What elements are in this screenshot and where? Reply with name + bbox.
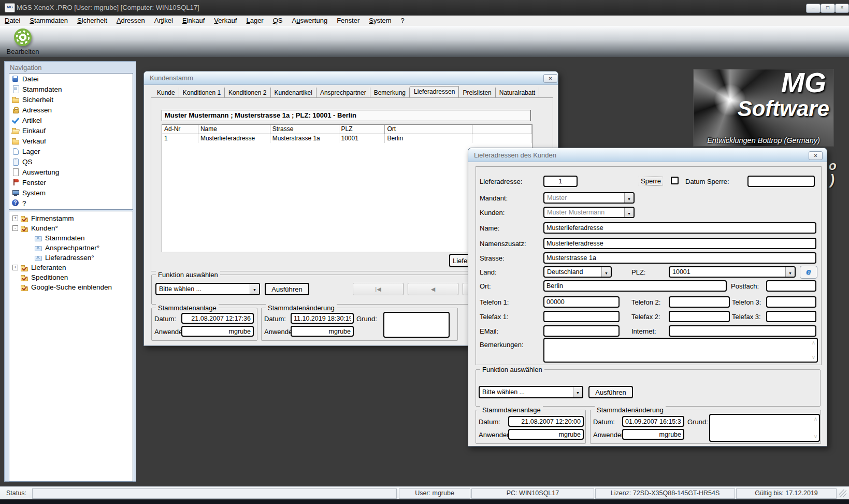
scroll-up-icon[interactable]: ∧ (812, 340, 815, 345)
column-header-strasse[interactable]: Strasse (270, 125, 339, 134)
tree-expand-icon[interactable]: + (12, 215, 18, 221)
bearbeiten-button[interactable]: Bearbeiten (3, 27, 42, 56)
tab-konditionen-1[interactable]: Konditionen 1 (179, 88, 225, 97)
tree-collapse-icon[interactable]: - (12, 225, 18, 231)
menu-item-fenster[interactable]: Fenster (332, 16, 364, 26)
menu-item-stammdaten[interactable]: Stammdaten (25, 16, 73, 26)
scroll-down-icon[interactable]: ∨ (812, 355, 815, 360)
previous-record-button[interactable]: ◀ (408, 283, 458, 295)
aenderung-datum-field[interactable] (291, 313, 354, 324)
scroll-up-icon[interactable]: ∧ (814, 416, 817, 422)
mandant-select[interactable]: Muster ▼ (543, 192, 635, 204)
kundenstamm-ausfuehren-button[interactable]: Ausführen (265, 283, 309, 295)
kunden-select[interactable]: Muster Mustermann ▼ (543, 207, 635, 218)
menu-item-system[interactable]: System (364, 16, 396, 26)
chevron-down-icon[interactable]: ▼ (785, 267, 795, 277)
menu-item-adressen[interactable]: Adressen (112, 16, 150, 26)
dialog-ausfuehren-button[interactable]: Ausführen (588, 386, 633, 398)
tree-item-kunden[interactable]: -Kunden° (9, 223, 133, 233)
column-header-plz[interactable]: PLZ (339, 125, 385, 134)
namenszusatz-field[interactable] (543, 238, 816, 249)
nav-item-adressen[interactable]: Adressen (9, 105, 133, 115)
grund-textarea[interactable] (383, 312, 450, 338)
nav-item-stammdaten[interactable]: Stammdaten (9, 84, 133, 94)
kundenstamm-titlebar[interactable]: Kundenstamm (144, 71, 558, 85)
chevron-down-icon[interactable]: ▼ (624, 208, 634, 217)
sperre-checkbox[interactable] (671, 177, 679, 184)
anlage-datum-field[interactable] (181, 313, 254, 324)
tab-bemerkung[interactable]: Bemerkung (370, 88, 410, 97)
nav-item-datei[interactable]: Datei (9, 74, 133, 84)
maximize-button[interactable]: □ (821, 4, 835, 13)
email-field[interactable] (543, 325, 620, 337)
nav-item-auswertung[interactable]: Auswertung (9, 167, 133, 177)
tab-konditionen-2[interactable]: Konditionen 2 (225, 88, 270, 97)
resize-grip[interactable] (839, 489, 846, 497)
dialog-grund-textarea[interactable]: ∧ ∨ (709, 414, 820, 442)
tab-lieferadressen[interactable]: Lieferadressen (410, 86, 459, 98)
anlage-anwender-field[interactable] (181, 326, 254, 337)
tree-item-lieferanten[interactable]: +Lieferanten (9, 263, 133, 272)
nav-item-system[interactable]: System (9, 188, 133, 198)
postfach-field[interactable] (766, 280, 816, 292)
dialog-funktion-select[interactable]: Bitte wählen ... ▼ (479, 386, 583, 398)
name-field[interactable] (543, 222, 816, 234)
chevron-down-icon[interactable]: ▼ (601, 267, 611, 277)
column-header-name[interactable]: Name (198, 125, 270, 134)
menu-item-artikel[interactable]: Artikel (150, 16, 178, 26)
tab-preislisten[interactable]: Preislisten (459, 88, 495, 97)
tab-naturalrabatt[interactable]: Naturalrabatt (496, 88, 539, 97)
tab-ansprechpartner[interactable]: Ansprechpartner (316, 88, 370, 97)
minimize-button[interactable]: – (806, 4, 821, 13)
telefon1-field[interactable] (543, 296, 620, 308)
column-header-extra[interactable] (472, 125, 532, 134)
menu-item-sicherheit[interactable]: Sicherheit (73, 16, 112, 26)
tree-item-google-suche-einblenden[interactable]: Google-Suche einblenden (9, 282, 133, 292)
ort-field[interactable] (543, 280, 727, 292)
menu-item-help[interactable]: ? (396, 16, 409, 26)
column-header-ort[interactable]: Ort (385, 125, 472, 134)
nav-item-fenster[interactable]: Fenster (9, 177, 133, 188)
telefax1-field[interactable] (543, 311, 620, 322)
app-titlebar[interactable]: MG MGS XenoX .PRO [User: mgrube] [Comput… (0, 0, 849, 16)
nav-item-artikel[interactable]: Artikel (9, 115, 133, 125)
tree-item-ansprechpartner[interactable]: Ansprechpartner° (9, 243, 133, 253)
dialog-aenderung-datum-field[interactable] (622, 416, 684, 427)
telefax2-field[interactable] (669, 311, 730, 322)
menu-item-lager[interactable]: Lager (241, 16, 268, 26)
dialog-anlage-datum-field[interactable] (508, 416, 584, 427)
tree-item-firmenstamm[interactable]: +Firmenstamm (9, 213, 133, 223)
chevron-down-icon[interactable]: ▼ (573, 387, 582, 397)
telefon3-field[interactable] (766, 296, 816, 308)
menu-item-datei[interactable]: Datei (0, 16, 25, 26)
nav-item-verkauf[interactable]: Verkauf (9, 136, 133, 146)
tab-kunde[interactable]: Kunde (153, 88, 179, 97)
tab-kundenartikel[interactable]: Kundenartikel (271, 88, 316, 97)
telefon2-field[interactable] (669, 296, 730, 308)
scroll-down-icon[interactable]: ∨ (814, 434, 817, 439)
tree-expand-icon[interactable]: + (12, 265, 18, 270)
internet-lookup-button[interactable]: e (800, 266, 817, 279)
close-button[interactable]: × (835, 4, 849, 13)
menu-item-qs[interactable]: QS (268, 16, 287, 26)
dialog-anlage-anwender-field[interactable] (508, 429, 584, 440)
tree-item-stammdaten[interactable]: Stammdaten (9, 233, 133, 243)
kundenstamm-close-icon[interactable]: × (543, 74, 557, 83)
table-row[interactable]: 1MusterlieferadresseMusterstrasse 1a1000… (162, 134, 532, 143)
telefax3-field[interactable] (766, 311, 816, 322)
menu-item-verkauf[interactable]: Verkauf (209, 16, 241, 26)
datum-sperre-field[interactable] (747, 176, 815, 187)
internet-field[interactable] (669, 325, 816, 337)
aenderung-anwender-field[interactable] (291, 326, 354, 337)
nav-item-einkauf[interactable]: Einkauf (9, 125, 133, 136)
column-header-ad-nr[interactable]: Ad-Nr (162, 125, 198, 134)
bemerkungen-textarea[interactable]: ∧ ∨ (543, 338, 818, 363)
strasse-field[interactable] (543, 252, 816, 264)
menu-item-auswertung[interactable]: Auswertung (287, 16, 333, 26)
kundenstamm-funktion-select[interactable]: Bitte wählen ... ▼ (155, 283, 260, 295)
chevron-down-icon[interactable]: ▼ (250, 284, 259, 294)
tree-item-speditionen[interactable]: Speditionen (9, 272, 133, 282)
nav-item-qs[interactable]: QS (9, 156, 133, 167)
tree-item-lieferadressen[interactable]: Lieferadressen° (9, 253, 133, 263)
lieferadresse-field[interactable] (543, 176, 578, 187)
